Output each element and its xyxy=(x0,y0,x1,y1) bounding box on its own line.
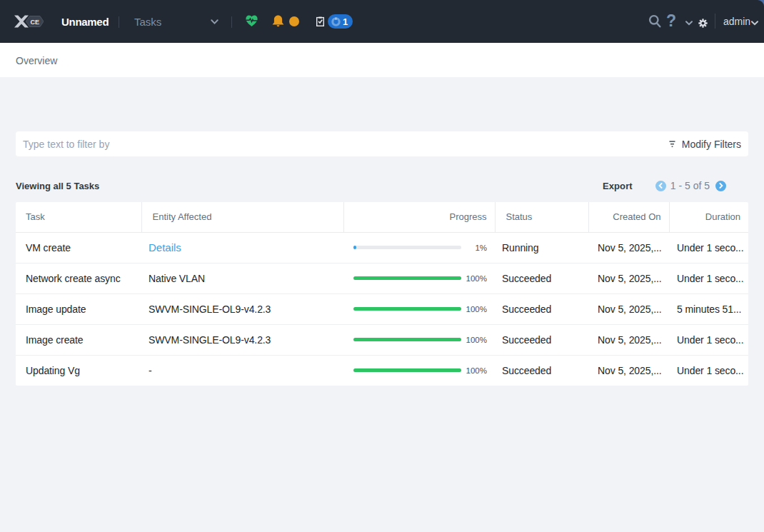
svg-text:CE: CE xyxy=(30,19,39,26)
